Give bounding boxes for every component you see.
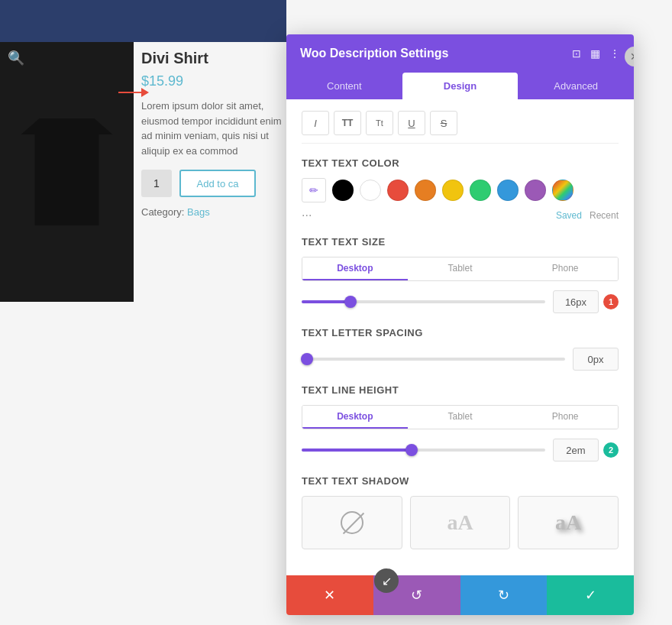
category-line: Category: Bags [141, 206, 286, 218]
line-height-section: Desktop Tablet Phone 2 [302, 405, 619, 461]
device-tab-tablet-lh[interactable]: Tablet [408, 406, 513, 429]
category-link[interactable]: Bags [187, 206, 210, 218]
redo-icon: ↻ [498, 587, 509, 604]
shadow-light-option[interactable]: aA [410, 496, 511, 549]
corner-arrow-icon: ↙ [382, 574, 392, 588]
color-swatch-red[interactable] [387, 180, 409, 201]
letter-spacing-value-box [573, 348, 619, 371]
slider-fill [302, 300, 351, 303]
text-size-label: Text Text Size [302, 236, 619, 248]
letter-spacing-slider-row [302, 348, 619, 371]
text-size-value-box: 1 [553, 290, 619, 313]
arrow-line [118, 92, 141, 93]
device-tab-phone-size[interactable]: Phone [512, 257, 618, 280]
line-height-track [302, 449, 545, 452]
shirt-graphic [21, 118, 113, 225]
confirm-button[interactable]: ✓ [547, 575, 634, 615]
line-height-value-box: 2 [553, 439, 619, 461]
undo-icon: ↺ [411, 587, 422, 604]
recent-link[interactable]: Recent [590, 210, 619, 221]
letter-spacing-slider[interactable] [302, 358, 565, 361]
letter-spacing-track [302, 358, 565, 361]
shadow-dark-option[interactable]: aA [518, 496, 619, 549]
text-color-label: Text Text Color [302, 157, 619, 169]
columns-icon[interactable]: ▦ [590, 47, 600, 60]
search-icon[interactable]: 🔍 [8, 50, 24, 66]
device-tab-phone-lh[interactable]: Phone [512, 406, 618, 429]
text-size-input[interactable] [553, 290, 599, 313]
device-tab-desktop-lh[interactable]: Desktop [302, 406, 408, 429]
device-tab-desktop-size[interactable]: Desktop [302, 257, 408, 280]
bold-tt-button[interactable]: TT [334, 111, 361, 135]
category-label: Category: [141, 206, 184, 218]
line-height-slider[interactable] [302, 449, 545, 452]
color-swatch-blue[interactable] [497, 180, 519, 201]
panel-title: Woo Description Settings [300, 47, 448, 60]
eyedropper-button[interactable]: ✏ [302, 178, 326, 202]
tab-design[interactable]: Design [402, 73, 519, 99]
text-size-slider-row: 1 [302, 290, 619, 313]
color-swatch-black[interactable] [332, 180, 354, 201]
strikethrough-button[interactable]: S [430, 111, 457, 135]
arrow-head [141, 88, 149, 97]
eyedropper-icon: ✏ [309, 184, 318, 196]
product-image [0, 42, 134, 302]
color-swatch-white[interactable] [360, 180, 381, 201]
shadow-light-text: aA [447, 510, 473, 535]
product-info: Divi Shirt $15.99 Lorem ipsum dolor sit … [141, 50, 286, 218]
color-swatch-green[interactable] [470, 180, 491, 201]
panel-header: Woo Description Settings ⊡ ▦ ⋮ [286, 34, 634, 73]
text-size-device-tabs: Desktop Tablet Phone [302, 257, 619, 281]
tab-content[interactable]: Content [286, 73, 402, 99]
quantity-box[interactable]: 1 [141, 170, 172, 197]
redo-button[interactable]: ↻ [460, 575, 548, 615]
line-height-slider-row: 2 [302, 439, 619, 461]
more-colors-button[interactable]: ··· [302, 209, 312, 222]
format-toolbar: I TT Tt U S [302, 111, 619, 144]
text-size-slider[interactable] [302, 300, 545, 303]
text-shadow-label: Text Text Shadow [302, 475, 619, 487]
cancel-icon: ✕ [324, 587, 335, 604]
tab-advanced[interactable]: Advanced [518, 73, 634, 99]
more-options-icon[interactable]: ⋮ [609, 47, 620, 60]
line-height-thumb[interactable] [405, 444, 418, 456]
shadow-none-option[interactable] [302, 496, 402, 549]
expand-icon[interactable]: ⊡ [572, 47, 581, 60]
panel-tabs: Content Design Advanced [286, 73, 634, 99]
letter-spacing-section [302, 348, 619, 371]
letter-spacing-input[interactable] [573, 348, 619, 371]
saved-link[interactable]: Saved [556, 210, 582, 221]
color-swatch-purple[interactable] [525, 180, 546, 201]
cancel-button[interactable]: ✕ [286, 575, 373, 615]
line-height-fill [302, 449, 412, 452]
corner-navigation-button[interactable]: ↙ [374, 568, 399, 593]
line-height-input[interactable] [553, 439, 599, 461]
color-swatch-yellow[interactable] [442, 180, 464, 201]
color-row-actions: ··· Saved Recent [302, 209, 619, 222]
shadow-none-icon [341, 511, 363, 534]
product-description: Lorem ipsum dolor sit amet, eiusmod temp… [141, 99, 286, 158]
text-size-section: Desktop Tablet Phone 1 [302, 257, 619, 313]
device-tab-tablet-size[interactable]: Tablet [408, 257, 513, 280]
panel-content: I TT Tt U S Text Text Color ✏ ··· Save [286, 99, 634, 575]
italic-button[interactable]: I [302, 111, 329, 135]
saved-recent-links: Saved Recent [556, 210, 619, 221]
slider-thumb[interactable] [344, 296, 357, 308]
add-to-cart-button[interactable]: Add to ca [179, 170, 256, 197]
slider-track [302, 300, 545, 303]
color-swatch-gradient[interactable] [552, 180, 573, 201]
letter-spacing-thumb[interactable] [301, 353, 313, 365]
confirm-icon: ✓ [585, 587, 596, 604]
settings-panel: Woo Description Settings ⊡ ▦ ⋮ Content D… [286, 34, 634, 615]
panel-header-icons: ⊡ ▦ ⋮ [572, 47, 620, 60]
line-height-device-tabs: Desktop Tablet Phone [302, 405, 619, 429]
text-size-badge: 1 [603, 294, 619, 309]
add-to-cart-area: 1 Add to ca [141, 170, 286, 197]
small-tt-button[interactable]: Tt [366, 111, 393, 135]
color-swatches-row: ✏ [302, 178, 619, 202]
product-price: $15.99 [141, 73, 286, 89]
panel-footer: ✕ ↺ ↻ ✓ [286, 575, 634, 615]
color-swatch-orange[interactable] [415, 180, 436, 201]
line-height-badge: 2 [603, 442, 619, 458]
underline-button[interactable]: U [398, 111, 425, 135]
